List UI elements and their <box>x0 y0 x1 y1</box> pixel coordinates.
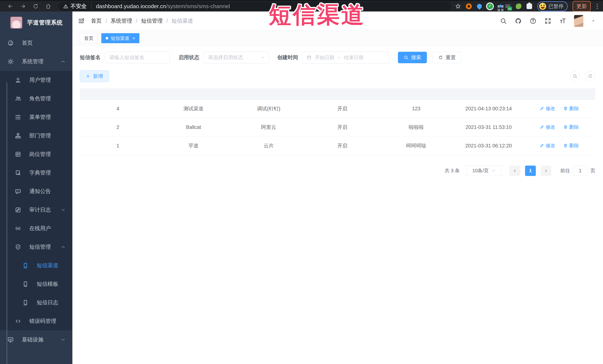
sidebar-item[interactable]: 在线用户 <box>0 219 72 238</box>
page-size-select[interactable]: 10条/页 <box>466 165 502 176</box>
breadcrumb-item[interactable]: 短信渠道 <box>172 17 193 25</box>
reset-button[interactable]: 重置 <box>432 52 461 63</box>
browser-home-icon[interactable] <box>45 3 52 10</box>
date-separator: - <box>338 55 340 60</box>
cell-created: 2021-03-31 06:12:20 <box>454 136 523 155</box>
extension-icon[interactable] <box>487 3 493 9</box>
sidebar-scrollbar[interactable] <box>6 82 7 364</box>
cell-code: 调试(钉钉) <box>231 99 306 118</box>
extension-icon[interactable] <box>466 3 472 9</box>
chevron-icon <box>60 59 66 64</box>
browser-forward-icon[interactable] <box>19 3 27 10</box>
browser-back-icon[interactable] <box>7 3 14 10</box>
caret-down-icon[interactable] <box>591 19 596 23</box>
font-size-icon[interactable] <box>559 17 566 24</box>
extension-icon[interactable] <box>476 3 483 10</box>
goto-page-input[interactable] <box>573 165 587 176</box>
sidebar-item[interactable]: 短信模板 <box>0 275 72 293</box>
sidebar-item[interactable]: 错误码管理 <box>0 312 72 331</box>
browser-menu-icon[interactable] <box>596 4 599 9</box>
sidebar-item[interactable]: 审计日志 <box>0 201 72 219</box>
page-number-current[interactable]: 1 <box>525 165 536 176</box>
date-range-picker[interactable]: 开始日期 - 结束日期 <box>302 52 389 63</box>
sidebar-item-label: 基础设施 <box>22 336 43 343</box>
cell-code: 阿里云 <box>231 118 306 136</box>
search-icon[interactable] <box>500 17 507 24</box>
table-header-cell <box>80 88 156 99</box>
extension-icon[interactable] <box>498 5 500 8</box>
search-button[interactable]: 搜索 <box>398 52 427 63</box>
address-bar[interactable]: 不安全 dashboard.yudao.iocoder.cn/system/sm… <box>58 2 451 11</box>
sidebar-item[interactable]: 部门管理 <box>0 126 72 145</box>
breadcrumb-item[interactable]: 短信管理 <box>141 17 172 25</box>
sidebar-item-icon <box>7 58 14 65</box>
prev-page-button[interactable] <box>510 165 520 176</box>
sidebar-item[interactable]: 首页 <box>0 34 72 52</box>
active-dot <box>106 37 108 40</box>
extension-icon[interactable] <box>516 3 521 9</box>
breadcrumb-item[interactable]: 首页 <box>91 17 111 25</box>
navbar-actions <box>500 15 596 27</box>
edit-link[interactable]: 修改 <box>540 105 555 112</box>
table-header-cell <box>231 88 306 99</box>
sidebar-logo-row[interactable]: 芋道管理系统 <box>0 11 72 34</box>
chevron-down-icon <box>260 55 265 60</box>
table-row: 2 Ballcat 阿里云 开启 啦啦啦 2021-03-31 11:53:10… <box>80 118 595 136</box>
cell-actions: 修改 删除 <box>523 99 595 118</box>
extension-icon[interactable] <box>527 3 532 9</box>
edit-link[interactable]: 修改 <box>540 124 555 130</box>
profile-paused-badge[interactable]: 已暂停 <box>537 1 568 11</box>
security-warning[interactable]: 不安全 <box>63 3 87 10</box>
sidebar-item[interactable]: 字典管理 <box>0 164 72 182</box>
next-page-button[interactable] <box>541 165 551 176</box>
cell-remark: 啦啦啦 <box>379 118 454 136</box>
address-divider <box>91 3 92 9</box>
delete-link[interactable]: 删除 <box>563 124 579 130</box>
breadcrumb-item[interactable]: 系统管理 <box>111 17 141 25</box>
status-select[interactable]: 请选择启用状态 <box>203 52 269 63</box>
sidebar-item[interactable]: 短信日志 <box>0 293 72 312</box>
help-icon[interactable] <box>530 17 536 24</box>
browser-reload-icon[interactable] <box>32 3 39 10</box>
delete-link[interactable]: 删除 <box>563 105 579 112</box>
sidebar-item[interactable]: 基础设施 <box>0 331 72 349</box>
sidebar-item-label: 审计日志 <box>29 206 51 214</box>
sidebar-item[interactable]: 短信管理 <box>0 238 72 256</box>
sidebar-item-label: 字典管理 <box>29 169 51 176</box>
sidebar-item[interactable]: 岗位管理 <box>0 145 72 164</box>
cell-remark: 呵呵呵哒 <box>379 136 454 155</box>
view-tag[interactable]: 短信渠道 × <box>101 33 139 43</box>
table-header-cell <box>523 88 595 99</box>
user-avatar[interactable] <box>574 15 583 27</box>
bookmark-star-icon[interactable] <box>455 3 461 9</box>
cell-created: 2021-04-13 00:23:14 <box>454 99 523 118</box>
fullscreen-icon[interactable] <box>544 17 551 24</box>
sidebar-item[interactable]: 通知公告 <box>0 182 72 201</box>
extension-icon[interactable] <box>505 4 511 9</box>
cell-actions: 修改 删除 <box>523 136 595 155</box>
browser-update-button[interactable]: 更新 <box>573 1 591 12</box>
refresh-table-button[interactable] <box>585 71 595 81</box>
hamburger-icon[interactable] <box>77 17 85 25</box>
sidebar-item[interactable]: 角色管理 <box>0 89 72 108</box>
view-tag[interactable]: 首页 <box>80 33 98 43</box>
sidebar-item-icon <box>15 132 21 139</box>
toggle-search-button[interactable] <box>570 71 580 81</box>
signature-input[interactable] <box>105 52 170 63</box>
edit-link[interactable]: 修改 <box>540 143 555 149</box>
signature-label: 短信签名 <box>80 54 101 61</box>
sidebar-item[interactable]: 系统管理 <box>0 52 72 71</box>
url-text: dashboard.yudao.iocoder.cn/system/sms/sm… <box>96 3 230 10</box>
sidebar-item[interactable]: 用户管理 <box>0 71 72 89</box>
sidebar-menu: 首页 系统管理 用户管理 角色管理 <box>0 34 72 349</box>
sidebar-item[interactable]: 短信渠道 <box>0 256 72 275</box>
delete-link[interactable]: 删除 <box>563 143 579 149</box>
tag-close-icon[interactable]: × <box>132 36 135 41</box>
cell-created: 2021-03-31 11:53:10 <box>454 118 523 136</box>
sidebar-item-label: 系统管理 <box>22 58 43 65</box>
add-button[interactable]: 新增 <box>80 70 109 82</box>
sidebar-item[interactable]: 菜单管理 <box>0 108 72 126</box>
table-row: 4 测试渠道 调试(钉钉) 开启 123 2021-04-13 00:23:14… <box>80 99 595 118</box>
tag-label: 首页 <box>84 35 93 41</box>
github-icon[interactable] <box>515 17 522 24</box>
